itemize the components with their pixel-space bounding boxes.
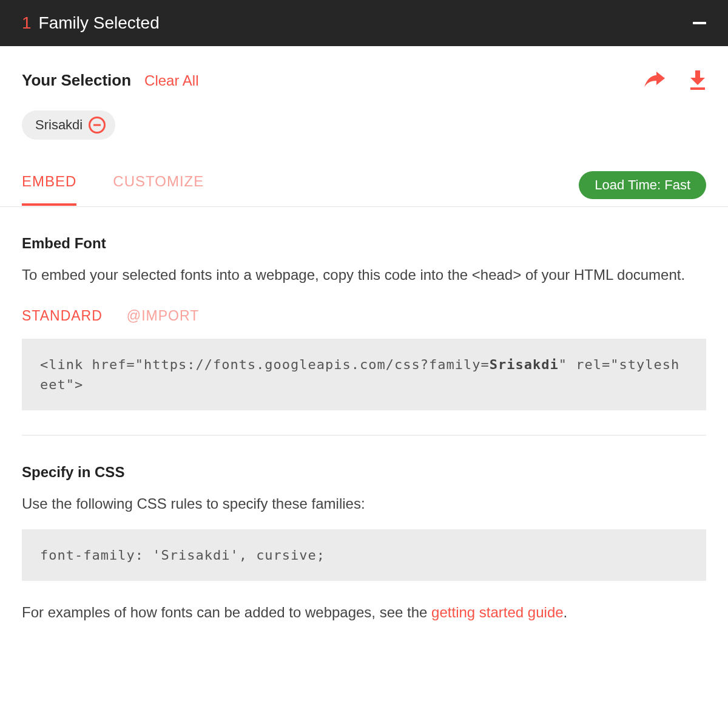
- font-chip-label: Srisakdi: [35, 117, 83, 133]
- subtab-standard[interactable]: STANDARD: [22, 308, 103, 324]
- embed-code-block[interactable]: <link href="https://fonts.googleapis.com…: [22, 339, 706, 410]
- css-code-block[interactable]: font-family: 'Srisakdi', cursive;: [22, 529, 706, 581]
- getting-started-link[interactable]: getting started guide: [431, 604, 564, 620]
- selected-title: Family Selected: [39, 13, 160, 33]
- selection-drawer-header: 1 Family Selected: [0, 0, 728, 46]
- font-chip-srisakdi: Srisakdi: [22, 110, 115, 140]
- selected-count: 1: [22, 13, 32, 33]
- load-time-badge: Load Time: Fast: [579, 171, 706, 199]
- share-icon[interactable]: [643, 72, 665, 89]
- embed-font-description: To embed your selected fonts into a webp…: [22, 264, 706, 286]
- footer-text: For examples of how fonts can be added t…: [22, 602, 706, 623]
- specify-css-heading: Specify in CSS: [22, 464, 706, 481]
- divider: [22, 435, 706, 436]
- specify-css-description: Use the following CSS rules to specify t…: [22, 493, 706, 515]
- tab-customize[interactable]: CUSTOMIZE: [113, 173, 204, 206]
- tab-embed[interactable]: EMBED: [22, 173, 76, 206]
- clear-all-button[interactable]: Clear All: [144, 72, 198, 89]
- subtab-import[interactable]: @IMPORT: [127, 308, 199, 324]
- svg-rect-0: [690, 87, 705, 90]
- minimize-icon[interactable]: [693, 22, 706, 24]
- remove-font-icon[interactable]: [89, 117, 106, 134]
- download-icon[interactable]: [689, 70, 706, 90]
- your-selection-label: Your Selection: [22, 71, 131, 90]
- embed-font-heading: Embed Font: [22, 235, 706, 252]
